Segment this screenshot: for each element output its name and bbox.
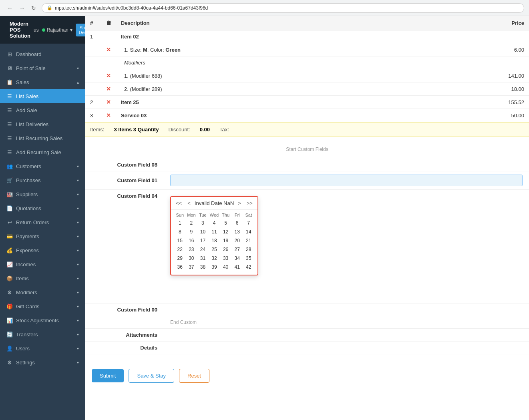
calendar-next-next-button[interactable]: >> [245, 199, 254, 207]
calendar-day[interactable]: 28 [243, 245, 254, 254]
browser-navigation[interactable]: ← → ↻ [5, 4, 38, 12]
remove-modifier-1-button[interactable]: ✕ [106, 72, 111, 79]
calendar-day[interactable]: 34 [231, 254, 243, 263]
mod2-remove-cell[interactable]: ✕ [101, 82, 116, 96]
back-button[interactable]: ← [5, 4, 15, 12]
submit-button[interactable]: Submit [92, 369, 124, 382]
sidebar-item-items[interactable]: 📦 Items ▾ [0, 271, 85, 285]
calendar-day[interactable]: 9 [186, 227, 197, 236]
sidebar-item-suppliers[interactable]: 🏭 Suppliers ▾ [0, 187, 85, 201]
calendar-day[interactable]: 21 [243, 236, 254, 245]
sidebar-item-transfers[interactable]: 🔄 Transfers ▾ [0, 328, 85, 342]
remove-variant-button[interactable]: ✕ [106, 46, 111, 53]
url-text: mps.tec.sh/admin#/sales/edit/c0bc3dd8-40… [55, 5, 208, 11]
calendar-day[interactable]: 23 [186, 245, 197, 254]
calendar-day[interactable]: 20 [231, 236, 243, 245]
calendar-day[interactable]: 42 [243, 263, 254, 271]
sidebar-item-gift-cards[interactable]: 🎁 Gift Cards ▾ [0, 299, 85, 313]
calendar-day[interactable]: 3 [197, 219, 209, 227]
calendar-day[interactable]: 19 [220, 236, 231, 245]
sidebar-item-incomes[interactable]: 📈 Incomes ▾ [0, 257, 85, 271]
chevron-down-icon: ▾ [77, 346, 79, 351]
calendar-day[interactable]: 26 [220, 245, 231, 254]
sidebar-item-dashboard[interactable]: ⊞ Dashboard [0, 47, 85, 61]
calendar-day[interactable]: 40 [220, 263, 231, 271]
mod-header-num [85, 56, 101, 69]
sidebar-item-expenses[interactable]: 💰 Expenses ▾ [0, 243, 85, 257]
calendar-day[interactable]: 33 [220, 254, 231, 263]
calendar-day[interactable]: 31 [197, 254, 209, 263]
gift-cards-icon: 🎁 [6, 303, 13, 309]
calendar-day[interactable]: 17 [197, 236, 209, 245]
calendar-day[interactable]: 29 [174, 254, 186, 263]
calendar-day[interactable]: 27 [231, 245, 243, 254]
calendar-day[interactable]: 38 [197, 263, 209, 271]
calendar-day[interactable]: 37 [186, 263, 197, 271]
sidebar-item-payments[interactable]: 💳 Payments ▾ [0, 229, 85, 243]
calendar-day[interactable]: 39 [209, 263, 220, 271]
forward-button[interactable]: → [17, 4, 27, 12]
calendar-day[interactable]: 22 [174, 245, 186, 254]
sidebar-item-list-deliveries[interactable]: ☰ List Deliveries [0, 117, 85, 131]
row3-remove-cell[interactable]: ✕ [101, 109, 116, 122]
sidebar-item-list-sales[interactable]: ☰ List Sales [0, 89, 85, 103]
sidebar-item-point-of-sale[interactable]: 🖥 Point of Sale ▾ [0, 61, 85, 75]
calendar-day[interactable]: 11 [209, 227, 220, 236]
save-stay-button[interactable]: Save & Stay [129, 369, 174, 383]
calendar-day[interactable]: 5 [220, 219, 231, 227]
mod1-remove-cell[interactable]: ✕ [101, 69, 116, 82]
calendar-day[interactable]: 7 [243, 219, 254, 227]
calendar-prev-button[interactable]: < [186, 199, 192, 207]
calendar-day[interactable]: 25 [209, 245, 220, 254]
transfers-icon: 🔄 [6, 332, 13, 338]
custom-field-01-input[interactable] [170, 175, 523, 186]
row2-remove-cell[interactable]: ✕ [101, 96, 116, 109]
address-bar[interactable]: 🔒 mps.tec.sh/admin#/sales/edit/c0bc3dd8-… [42, 3, 524, 13]
calendar-day[interactable]: 10 [197, 227, 209, 236]
calendar-day[interactable]: 32 [209, 254, 220, 263]
calendar-next-button[interactable]: > [236, 199, 243, 207]
calendar-day[interactable]: 14 [243, 227, 254, 236]
calendar-day[interactable]: 8 [174, 227, 186, 236]
row-number: 1 [85, 30, 101, 43]
sidebar-item-settings[interactable]: ⚙ Settings ▾ [0, 356, 85, 370]
sidebar-item-modifiers[interactable]: ⚙ Modifiers ▾ [0, 285, 85, 299]
calendar-day[interactable]: 35 [243, 254, 254, 263]
sidebar-item-add-sale[interactable]: ☰ Add Sale [0, 103, 85, 117]
variant-remove-cell[interactable]: ✕ [101, 43, 116, 56]
sidebar-item-stock-adjustments[interactable]: 📊 Stock Adjustments ▾ [0, 313, 85, 328]
calendar-day[interactable]: 18 [209, 236, 220, 245]
calendar-day[interactable]: 1 [174, 219, 186, 227]
region-selector[interactable]: Rajasthan ▾ [42, 27, 72, 33]
sidebar-item-users[interactable]: 👤 Users ▾ [0, 342, 85, 356]
sidebar-item-list-recurring-sales[interactable]: ☰ List Recurring Sales [0, 131, 85, 145]
items-count: 3 Items 3 Quantity [114, 127, 159, 133]
sidebar-item-quotations[interactable]: 📄 Quotations ▾ [0, 201, 85, 215]
calendar-day[interactable]: 2 [186, 219, 197, 227]
calendar-day[interactable]: 24 [197, 245, 209, 254]
sidebar-item-add-recurring-sale[interactable]: ☰ Add Recurring Sale [0, 145, 85, 159]
sidebar-item-purchases[interactable]: 🛒 Purchases ▾ [0, 173, 85, 187]
sidebar-item-return-orders[interactable]: ↩ Return Orders ▾ [0, 215, 85, 229]
calendar-day[interactable]: 30 [186, 254, 197, 263]
sidebar-item-customers[interactable]: 👥 Customers ▾ [0, 159, 85, 173]
calendar-prev-prev-button[interactable]: << [174, 199, 183, 207]
calendar-day[interactable]: 41 [231, 263, 243, 271]
calendar-day[interactable]: 4 [209, 219, 220, 227]
mod-header-price [481, 56, 529, 69]
calendar-day[interactable]: 15 [174, 236, 186, 245]
table-row: 1 Item 02 [85, 30, 529, 43]
calendar-day[interactable]: 36 [174, 263, 186, 271]
remove-item-25-button[interactable]: ✕ [106, 99, 111, 105]
calendar-day[interactable]: 13 [231, 227, 243, 236]
remove-modifier-2-button[interactable]: ✕ [106, 86, 111, 92]
refresh-button[interactable]: ↻ [29, 4, 38, 12]
calendar-day[interactable]: 16 [186, 236, 197, 245]
end-custom-text: End Custom [170, 320, 523, 325]
remove-service-03-button[interactable]: ✕ [106, 112, 111, 119]
sidebar-item-sales[interactable]: 📋 Sales ▴ [0, 75, 85, 89]
calendar-day[interactable]: 6 [231, 219, 243, 227]
shop-demo-button[interactable]: Shop Demo [76, 24, 85, 36]
reset-button[interactable]: Reset [179, 369, 209, 383]
calendar-day[interactable]: 12 [220, 227, 231, 236]
